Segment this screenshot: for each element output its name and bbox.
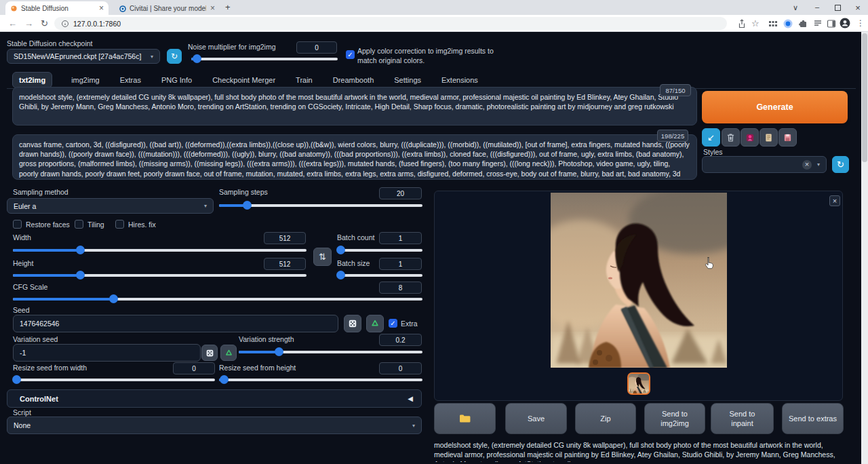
extra-seed-label[interactable]: Extra [401, 320, 418, 328]
color-correction-label[interactable]: Apply color correction to img2img result… [357, 46, 496, 65]
generated-image[interactable] [551, 193, 727, 368]
gallery-thumbnail[interactable] [627, 372, 650, 395]
batch-size-slider[interactable] [337, 271, 422, 279]
styles-dropdown[interactable]: × ▾ [702, 156, 827, 173]
slider-knob[interactable] [275, 347, 283, 356]
tab-close-icon[interactable]: × [99, 5, 104, 12]
resize-seed-height-input[interactable]: 0 [379, 362, 422, 374]
clear-styles-icon[interactable]: × [802, 160, 812, 170]
tab-extensions[interactable]: Extensions [440, 73, 479, 88]
reload-icon[interactable]: ↻ [41, 15, 48, 32]
browser-tab-stable-diffusion[interactable]: Stable Diffusion × [5, 1, 108, 15]
slider-knob[interactable] [243, 201, 252, 210]
tab-extras[interactable]: Extras [119, 73, 142, 88]
checkpoint-refresh-button[interactable]: ↻ [167, 49, 182, 64]
swap-width-height-button[interactable]: ⇅ [313, 248, 332, 266]
slider-knob[interactable] [336, 271, 345, 279]
styles-refresh-button[interactable]: ↻ [832, 156, 849, 173]
back-icon[interactable]: ← [8, 15, 17, 32]
window-minimize-button[interactable]: – [812, 3, 822, 11]
slider-knob[interactable] [12, 375, 21, 384]
send-to-inpaint-button[interactable]: Send to inpaint [711, 403, 774, 434]
color-correction-checkbox[interactable]: ✓ [346, 50, 355, 59]
save-button[interactable]: Save [505, 403, 567, 434]
window-restore-button[interactable] [835, 5, 841, 11]
side-panel-icon[interactable] [826, 18, 837, 29]
extensions-puzzle-icon[interactable] [797, 18, 808, 29]
reuse-seed-button[interactable] [366, 315, 384, 332]
batch-size-input[interactable]: 1 [379, 258, 422, 270]
resize-seed-width-slider[interactable] [13, 375, 215, 384]
sampling-steps-slider[interactable] [219, 201, 422, 210]
profile-avatar[interactable] [840, 18, 850, 28]
page-scrollbar[interactable] [861, 32, 868, 464]
slider-knob[interactable] [76, 271, 85, 279]
menu-dots-icon[interactable]: ⋮ [856, 18, 865, 28]
tab-png-info[interactable]: PNG Info [160, 73, 193, 88]
send-to-extras-button[interactable]: Send to extras [782, 403, 844, 434]
status-dot-icon[interactable] [783, 18, 793, 29]
height-input[interactable]: 512 [264, 258, 306, 270]
random-seed-button[interactable] [344, 315, 361, 332]
site-info-icon[interactable] [61, 20, 69, 28]
new-tab-button[interactable]: + [225, 2, 231, 12]
width-slider[interactable] [13, 246, 307, 254]
share-icon[interactable] [736, 18, 747, 29]
slider-knob[interactable] [109, 294, 118, 303]
restore-faces-label[interactable]: Restore faces [26, 220, 70, 229]
extra-seed-checkbox[interactable]: ✓ [389, 319, 397, 328]
tab-img2img[interactable]: img2img [70, 73, 101, 88]
send-to-img2img-button[interactable]: Send to img2img [644, 403, 705, 434]
apps-grid-icon[interactable] [768, 18, 778, 29]
batch-count-slider[interactable] [337, 246, 422, 254]
variation-strength-input[interactable]: 0.2 [379, 334, 422, 346]
script-dropdown[interactable]: None ▾ [7, 417, 422, 434]
controlnet-accordion[interactable]: ControlNet ◀ [7, 389, 422, 408]
checkpoint-dropdown[interactable]: SD15NewVAEpruned.ckpt [27a4ac756c] ▾ [7, 49, 160, 64]
paste-generation-params-button[interactable]: ↙ [702, 128, 720, 147]
scrollbar-thumb[interactable] [862, 33, 867, 162]
slider-knob[interactable] [336, 246, 345, 254]
browser-tab-civitai[interactable]: Civitai | Share your models × [114, 1, 220, 15]
address-bar[interactable]: 127.0.0.1:7860 [54, 17, 727, 30]
reading-list-icon[interactable] [812, 18, 823, 29]
sampling-steps-input[interactable]: 20 [379, 187, 422, 199]
reuse-variation-seed-button[interactable] [220, 345, 237, 361]
tab-train[interactable]: Train [294, 73, 314, 88]
noise-multiplier-slider[interactable] [191, 54, 338, 63]
extra-networks-button[interactable] [741, 128, 759, 147]
hires-fix-checkbox[interactable] [115, 220, 124, 229]
batch-count-input[interactable]: 1 [379, 232, 422, 244]
width-input[interactable]: 512 [264, 232, 306, 244]
generate-button[interactable]: Generate [702, 91, 848, 123]
save-style-button[interactable] [760, 128, 778, 147]
variation-strength-slider[interactable] [239, 347, 422, 356]
variation-seed-input[interactable] [13, 344, 201, 362]
window-chevron-icon[interactable]: ∨ [791, 3, 800, 12]
slider-knob[interactable] [76, 246, 85, 254]
zip-button[interactable]: Zip [575, 403, 636, 434]
hires-fix-label[interactable]: Hires. fix [128, 220, 156, 229]
cfg-scale-slider[interactable] [13, 294, 422, 303]
forward-icon[interactable]: → [24, 15, 33, 32]
clear-prompt-button[interactable] [722, 128, 740, 147]
random-variation-seed-button[interactable] [201, 345, 218, 361]
apply-style-button[interactable] [778, 128, 797, 147]
cfg-scale-input[interactable]: 8 [379, 282, 422, 294]
tiling-label[interactable]: Tiling [87, 220, 104, 229]
tab-dreambooth[interactable]: Dreambooth [332, 73, 376, 88]
window-close-button[interactable]: × [853, 3, 863, 13]
close-preview-button[interactable]: × [829, 195, 840, 206]
bookmark-star-icon[interactable]: ☆ [751, 18, 760, 28]
open-folder-button[interactable] [434, 403, 496, 434]
seed-input[interactable] [13, 315, 338, 332]
noise-multiplier-input[interactable]: 0 [296, 41, 337, 54]
resize-seed-width-input[interactable]: 0 [173, 362, 215, 374]
slider-knob[interactable] [193, 54, 201, 63]
sampling-method-dropdown[interactable]: Euler a ▾ [7, 198, 214, 214]
negative-prompt-textarea[interactable]: canvas frame, cartoon, 3d, ((disfigured)… [12, 134, 697, 180]
height-slider[interactable] [13, 271, 307, 279]
tab-checkpoint-merger[interactable]: Checkpoint Merger [211, 73, 277, 88]
tiling-checkbox[interactable] [75, 220, 83, 229]
slider-knob[interactable] [220, 375, 229, 384]
